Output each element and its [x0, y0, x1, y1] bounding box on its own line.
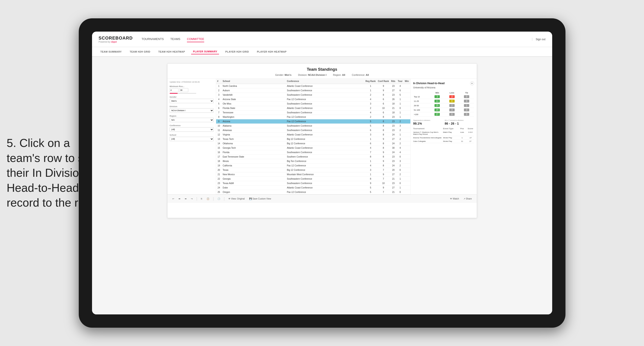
table-row[interactable]: 9 Arizona Pac-12 Conference 5 8 23 2: [216, 119, 410, 124]
cell-conference: Atlantic Coast Conference: [286, 133, 364, 137]
table-row[interactable]: 20 Texas Big 12 Conference 3 7 20 0: [216, 168, 410, 172]
table-row[interactable]: 18 Illinois Big Ten Conference 1 9 23 3: [216, 159, 410, 164]
cell-rank: 10: [216, 124, 222, 128]
tab-player-summary[interactable]: PLAYER SUMMARY: [191, 49, 219, 54]
cell-reg-rank: 9: [364, 181, 377, 185]
min-rounds-slider[interactable]: [170, 93, 196, 94]
table-row[interactable]: 14 Oklahoma Big 12 Conference 6 8 24 2: [216, 141, 410, 146]
school-select[interactable]: (All): [170, 137, 214, 141]
h2h-row: 11-25 11 8 0: [413, 99, 474, 103]
table-row[interactable]: 11 Arkansas Southeastern Conference 6 8 …: [216, 128, 410, 133]
division-select[interactable]: NCAA Division I: [170, 108, 214, 113]
table-row[interactable]: 15 Georgia Tech Atlantic Coast Conferenc…: [216, 146, 410, 150]
tourney-row: Jackson T. Stephens Cup Men's Match-Play…: [413, 131, 474, 136]
h2h-close-button[interactable]: ×: [470, 81, 474, 85]
table-row[interactable]: 6 Florida State Atlantic Coast Conferenc…: [216, 106, 410, 111]
cell-rank: 19: [216, 164, 222, 168]
table-row[interactable]: 13 Texas Tech Big 12 Conference 1 9 27 2: [216, 137, 410, 141]
conference-select[interactable]: (All): [170, 127, 214, 132]
min-rounds-input[interactable]: [170, 88, 178, 92]
toolbar-paste[interactable]: 📋: [205, 197, 210, 200]
cell-rank: 15: [216, 146, 222, 150]
cell-reg-rank: 5: [364, 190, 377, 194]
toolbar-sep-1: [197, 197, 197, 201]
cell-win: [404, 133, 410, 137]
cell-school: Oklahoma: [222, 141, 286, 146]
toolbar-share[interactable]: ↗ Share: [462, 197, 473, 200]
cell-tour: 2: [397, 164, 404, 168]
table-row[interactable]: 23 Texas A&M Southeastern Conference 9 1…: [216, 181, 410, 185]
table-row[interactable]: 24 Duke Atlantic Coast Conference 5 9 27…: [216, 185, 410, 190]
min-rounds-max-input[interactable]: [180, 88, 188, 92]
h2h-col-loss: Loss: [444, 91, 459, 95]
h2h-record-value: 86 - 26 - 1: [445, 122, 474, 125]
toolbar-copy[interactable]: ⎘: [200, 197, 204, 200]
tab-team-h2h-grid[interactable]: TEAM H2H GRID: [128, 49, 152, 54]
tab-team-summary[interactable]: TEAM SUMMARY: [99, 49, 124, 54]
cell-conf-rank: 9: [377, 172, 390, 177]
table-row[interactable]: 21 New Mexico Mountain West Conference 1…: [216, 172, 410, 177]
region-select[interactable]: N/A: [170, 118, 214, 122]
tourney-score: -17: [467, 137, 474, 139]
cell-win: [404, 141, 410, 146]
table-row[interactable]: 3 Vanderbilt Southeastern Conference 2 8…: [216, 93, 410, 97]
cell-tour: 0: [397, 181, 404, 185]
cell-conf-rank: 8: [377, 155, 390, 159]
toolbar-clock[interactable]: 🕐: [216, 197, 222, 200]
cell-reg-rank: 2: [364, 93, 377, 97]
cell-conference: Pac-12 Conference: [286, 97, 364, 102]
cell-school: Texas Tech: [222, 137, 286, 141]
tab-player-h2h-heatmap[interactable]: PLAYER H2H HEATMAP: [255, 49, 288, 54]
table-row[interactable]: 1 North Carolina Atlantic Coast Conferen…: [216, 84, 410, 88]
cell-tour: 4: [397, 84, 404, 88]
tab-team-h2h-heatmap[interactable]: TEAM H2H HEATMAP: [156, 49, 187, 54]
cell-rank: 11: [216, 128, 222, 133]
h2h-cell-loss: 0: [444, 112, 459, 117]
toolbar-redo[interactable]: ↪: [190, 197, 194, 200]
tab-player-h2h-grid[interactable]: PLAYER H2H GRID: [224, 49, 251, 54]
tourney-name: Arizona Thunderbirds Intercollegiate: [413, 137, 442, 139]
cell-win: [404, 102, 410, 106]
table-row[interactable]: 17 East Tennessee State Southern Confere…: [216, 155, 410, 159]
nav-committee[interactable]: COMMITTEE: [187, 36, 204, 42]
table-row[interactable]: 25 Oregon Pac-12 Conference 5 7 21 0: [216, 190, 410, 194]
cell-rank: 6: [216, 106, 222, 111]
scoreboard-filters: Gender: Men's Division: NCAA Division I …: [172, 74, 472, 76]
table-row[interactable]: 7 Tennessee Southeastern Conference 4 6 …: [216, 111, 410, 115]
toolbar-save-custom[interactable]: 💾 Save Custom View: [248, 197, 272, 200]
cell-reg-rank: 7: [364, 150, 377, 155]
sign-out-button[interactable]: Sign out: [532, 38, 545, 41]
toolbar-view-original[interactable]: 👁 View: Original: [227, 197, 246, 200]
cell-conf-rank: 8: [377, 115, 390, 119]
tablet-device: SCOREBOARD Powered by clippd TOURNAMENTS…: [79, 18, 566, 328]
cell-conference: Pac-12 Conference: [286, 115, 364, 119]
cell-tour: 3: [397, 124, 404, 128]
table-row[interactable]: 4 Arizona State Pac-12 Conference 4 6 26…: [216, 97, 410, 102]
cell-conference: Big Ten Conference: [286, 159, 364, 164]
gender-select[interactable]: Men's Women's: [170, 99, 214, 103]
table-row[interactable]: 22 Georgia Southeastern Conference 8 7 2…: [216, 177, 410, 181]
table-row[interactable]: 10 Alabama Southeastern Conference 5 8 2…: [216, 124, 410, 128]
nav-tournaments[interactable]: TOURNAMENTS: [142, 36, 164, 42]
toolbar-step-back[interactable]: ⬅: [177, 197, 182, 200]
min-rounds-label: Minimum Rou...: [170, 85, 214, 87]
cell-rank: 13: [216, 137, 222, 141]
cell-school: Oregon: [222, 190, 286, 194]
h2h-cell-loss: 8: [444, 99, 459, 103]
nav-teams[interactable]: TEAMS: [170, 36, 180, 42]
min-rounds-filter: Minimum Rou...: [170, 85, 214, 94]
cell-win: [404, 150, 410, 155]
table-row[interactable]: 12 Virginia Atlantic Coast Conference 3 …: [216, 133, 410, 137]
table-row[interactable]: 8 Washington Pac-12 Conference 2 8 23 1: [216, 115, 410, 119]
table-row[interactable]: 19 California Pac-12 Conference 4 8 24 2: [216, 164, 410, 168]
toolbar-step-forward[interactable]: ➡: [184, 197, 188, 200]
toolbar-sep-3: [224, 197, 224, 201]
table-row[interactable]: 16 Florida Southeastern Conference 7 9 2…: [216, 150, 410, 155]
table-row[interactable]: 5 Ole Miss Southeastern Conference 3 6 1…: [216, 102, 410, 106]
school-label: School: [170, 134, 214, 136]
table-row[interactable]: 2 Auburn Southeastern Conference 1 9 27 …: [216, 88, 410, 93]
h2h-stats: Opponents in division: 99.1% W-L-T recor…: [413, 119, 474, 125]
toolbar-watch[interactable]: 👁 Watch: [449, 197, 460, 200]
toolbar-undo[interactable]: ↩: [171, 197, 176, 200]
cell-reg-rank: 1: [364, 137, 377, 141]
